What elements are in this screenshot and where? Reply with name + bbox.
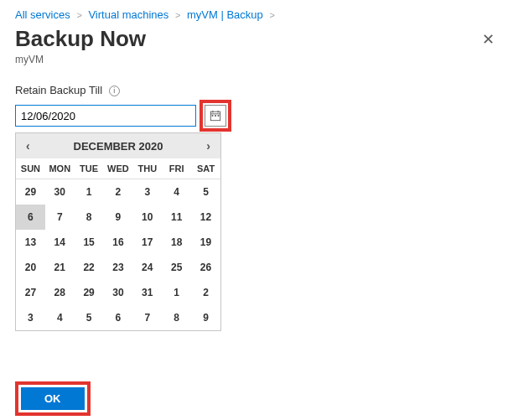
calendar-day[interactable]: 2: [191, 280, 220, 305]
calendar-day[interactable]: 2: [104, 179, 133, 205]
calendar-dow: THU: [132, 158, 162, 179]
calendar-day[interactable]: 15: [75, 230, 104, 255]
calendar-dow: SUN: [16, 158, 45, 179]
calendar-dow: FRI: [162, 158, 191, 179]
calendar-day[interactable]: 14: [45, 230, 75, 255]
breadcrumb-item[interactable]: All services: [15, 8, 70, 21]
highlight-box: [200, 100, 231, 132]
calendar-icon: [210, 110, 221, 122]
calendar-day[interactable]: 31: [132, 280, 162, 305]
calendar-day[interactable]: 5: [75, 305, 104, 330]
calendar-day[interactable]: 18: [162, 230, 191, 255]
calendar-day[interactable]: 3: [132, 179, 162, 205]
chevron-right-icon: >: [269, 10, 274, 20]
svg-rect-5: [215, 115, 216, 117]
calendar-dow: SAT: [191, 158, 220, 179]
calendar-day[interactable]: 1: [75, 179, 104, 205]
page-title: Backup Now: [15, 26, 146, 52]
calendar-popup: ‹ DECEMBER 2020 › SUNMONTUEWEDTHUFRISAT …: [15, 132, 221, 331]
calendar-day[interactable]: 6: [16, 205, 45, 230]
calendar-day[interactable]: 8: [162, 305, 191, 330]
calendar-day[interactable]: 29: [75, 280, 104, 305]
chevron-right-icon: >: [76, 10, 81, 20]
calendar-day[interactable]: 20: [16, 255, 45, 280]
calendar-day[interactable]: 5: [191, 179, 220, 205]
calendar-day[interactable]: 6: [104, 305, 133, 330]
calendar-grid: SUNMONTUEWEDTHUFRISAT 293012345678910111…: [16, 158, 220, 330]
calendar-month-label: DECEMBER 2020: [74, 140, 163, 153]
next-month-button[interactable]: ›: [203, 137, 214, 154]
calendar-day[interactable]: 1: [162, 280, 191, 305]
calendar-day[interactable]: 16: [104, 230, 133, 255]
calendar-day[interactable]: 7: [45, 205, 75, 230]
calendar-day[interactable]: 19: [191, 230, 220, 255]
calendar-day[interactable]: 30: [45, 179, 75, 205]
calendar-day[interactable]: 30: [104, 280, 133, 305]
calendar-day[interactable]: 21: [45, 255, 75, 280]
calendar-dow: WED: [104, 158, 133, 179]
calendar-day[interactable]: 8: [75, 205, 104, 230]
calendar-day[interactable]: 27: [16, 280, 45, 305]
calendar-day[interactable]: 9: [104, 205, 133, 230]
calendar-button[interactable]: [205, 105, 226, 127]
calendar-day[interactable]: 26: [191, 255, 220, 280]
breadcrumb: All services > Virtual machines > myVM |…: [15, 8, 498, 21]
calendar-day[interactable]: 4: [162, 179, 191, 205]
svg-rect-6: [218, 115, 220, 117]
calendar-day[interactable]: 13: [16, 230, 45, 255]
breadcrumb-item[interactable]: myVM | Backup: [187, 8, 263, 21]
calendar-day[interactable]: 23: [104, 255, 133, 280]
breadcrumb-item[interactable]: Virtual machines: [88, 8, 168, 21]
calendar-day[interactable]: 25: [162, 255, 191, 280]
close-icon[interactable]: ✕: [479, 27, 498, 52]
chevron-right-icon: >: [175, 10, 180, 20]
retain-date-input[interactable]: [15, 105, 196, 127]
info-icon[interactable]: i: [109, 86, 120, 96]
highlight-box: OK: [15, 381, 91, 416]
ok-button[interactable]: OK: [21, 387, 85, 410]
calendar-day[interactable]: 12: [191, 205, 220, 230]
svg-rect-4: [212, 115, 214, 117]
calendar-day[interactable]: 28: [45, 280, 75, 305]
calendar-day[interactable]: 29: [16, 179, 45, 205]
calendar-day[interactable]: 17: [132, 230, 162, 255]
calendar-day[interactable]: 3: [16, 305, 45, 330]
calendar-dow: MON: [45, 158, 75, 179]
page-subtitle: myVM: [15, 54, 498, 65]
calendar-day[interactable]: 4: [45, 305, 75, 330]
calendar-day[interactable]: 11: [162, 205, 191, 230]
prev-month-button[interactable]: ‹: [23, 137, 34, 154]
calendar-day[interactable]: 24: [132, 255, 162, 280]
retain-label: Retain Backup Till i: [15, 84, 498, 96]
calendar-dow: TUE: [75, 158, 104, 179]
calendar-day[interactable]: 7: [132, 305, 162, 330]
calendar-day[interactable]: 10: [132, 205, 162, 230]
calendar-day[interactable]: 22: [75, 255, 104, 280]
calendar-day[interactable]: 9: [191, 305, 220, 330]
